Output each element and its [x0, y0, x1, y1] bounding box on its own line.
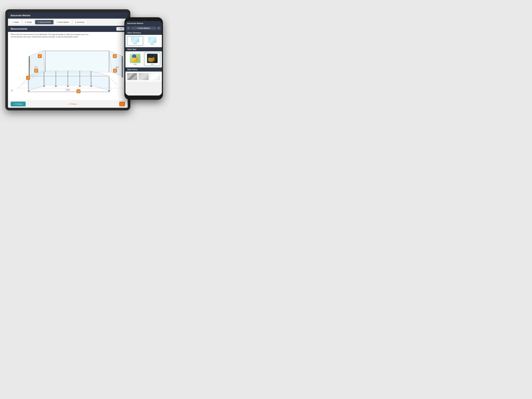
reset-button[interactable]: ↺ Re...: [116, 27, 125, 31]
edit-button-left[interactable]: [34, 69, 38, 73]
measurement-label-3690: 3690: [115, 66, 120, 69]
option-12mm[interactable]: 12mm: [144, 36, 160, 46]
option-clear[interactable]: Clear: [127, 53, 143, 66]
phone-camera-dot1: [142, 19, 143, 20]
tablet-tabs: 1. Styles 2. Shape 3. Measurements 4. Ex…: [8, 19, 128, 26]
phone-camera-dot2: [144, 19, 145, 20]
style-colour-options: [125, 72, 162, 82]
phone-next-icon: >: [158, 27, 159, 29]
swatch-matte-grey[interactable]: [139, 73, 149, 80]
next-button[interactable]: >: [119, 101, 125, 106]
phone-next-button[interactable]: >: [157, 26, 160, 30]
glass-12mm-visual: [148, 37, 156, 43]
previous-button[interactable]: ‹ Previous: [11, 101, 26, 106]
option-10mm[interactable]: 10mm: [127, 36, 143, 46]
measurement-label-3775: 3775: [33, 66, 38, 69]
tablet-screen: Balustrade Website 1. Styles 2. Shape 3.…: [8, 13, 128, 108]
edit-button-top-left[interactable]: [38, 54, 42, 58]
svg-rect-24: [79, 86, 81, 87]
edit-pen-icon: [114, 70, 116, 72]
swatch-white[interactable]: [150, 73, 160, 80]
pen-icon: [39, 55, 41, 57]
balustrade-canvas: 3775 3690 6700: [8, 39, 128, 100]
previous-label: Previous: [15, 103, 22, 105]
tab-extra-options[interactable]: 4. Extra Options: [54, 20, 72, 24]
measurements-title: Measurements: [11, 27, 27, 30]
svg-marker-9: [90, 71, 110, 91]
glass-type-options: Clear Grey: [125, 51, 162, 67]
svg-rect-25: [90, 86, 92, 87]
svg-marker-8: [44, 71, 91, 86]
edit-button-top-right[interactable]: [113, 54, 117, 58]
phone-app-title: Balustrade Website: [127, 22, 143, 24]
svg-rect-36: [114, 70, 116, 72]
reset-label: Re...: [120, 28, 123, 30]
phone-prev-button[interactable]: <: [127, 26, 130, 30]
glass-10mm-visual: [131, 37, 139, 42]
link-icon: [114, 55, 116, 57]
option-12mm-label: 12mm: [150, 43, 154, 45]
svg-rect-22: [55, 86, 57, 87]
svg-marker-6: [43, 51, 112, 72]
phone-device: Balustrade Website < 4. Extra Options > …: [124, 17, 163, 100]
tablet-header: Balustrade Website: [8, 13, 128, 19]
edit-center-icon: [77, 90, 80, 92]
prev-icon: ‹: [14, 103, 14, 105]
tablet-device: Balustrade Website 1. Styles 2. Shape 3.…: [5, 9, 130, 110]
undo-icon[interactable]: ↺: [11, 89, 13, 92]
svg-line-33: [109, 77, 117, 85]
restart-label: Restart: [71, 103, 77, 105]
restart-icon: ↺: [68, 103, 70, 105]
option-grey-label: Grey: [151, 63, 154, 65]
measurement-label-6700: 6700: [65, 89, 70, 91]
reset-icon: ↺: [118, 28, 120, 30]
phone-screen: Balustrade Website < 4. Extra Options > …: [125, 21, 162, 95]
tab-measurements[interactable]: 3. Measurements: [35, 20, 53, 24]
phone-current-step: 4. Extra Options: [131, 27, 156, 30]
parrot-grey-visual: [147, 54, 158, 63]
pen-edit-icon: [27, 77, 29, 79]
tablet-app-title: Balustrade Website: [11, 14, 30, 17]
swatch-brushed-metal[interactable]: [127, 73, 137, 80]
tab-summary[interactable]: 5. Summary: [73, 20, 87, 24]
svg-rect-23: [67, 86, 69, 87]
next-label: >: [121, 103, 123, 105]
glass-type-header: Glass Type: [125, 47, 162, 51]
desc-line1: Please enter the measurements for your B…: [11, 33, 125, 36]
tab-shape[interactable]: 2. Shape: [22, 20, 34, 24]
desc-line2: Use the buttons in the scene, located be…: [11, 36, 125, 38]
parrot-clear-visual: [130, 54, 140, 63]
restart-button[interactable]: ↺ Restart: [68, 103, 77, 105]
tablet-bottom-bar: ‹ Previous ↺ Restart >: [8, 100, 128, 108]
svg-rect-28: [122, 56, 123, 77]
measurements-header: Measurements ↺ Re...: [8, 26, 128, 32]
option-grey[interactable]: Grey: [144, 53, 160, 66]
option-10mm-label: 10mm: [133, 43, 137, 44]
phone-prev-icon: <: [128, 27, 129, 29]
option-clear-label: Clear: [133, 63, 137, 65]
edit-button-bottom-left[interactable]: [26, 76, 30, 80]
tab-styles[interactable]: 1. Styles: [10, 20, 22, 24]
style-colour-header: Style Colour: [125, 67, 162, 72]
phone-header: Balustrade Website: [125, 21, 162, 26]
glass-thickness-options: 10mm 12mm: [125, 35, 162, 47]
edit-square-icon: [35, 70, 37, 72]
phone-nav: < 4. Extra Options >: [125, 26, 162, 31]
description-text: Please enter the measurements for your B…: [8, 32, 128, 39]
svg-rect-27: [29, 56, 30, 77]
phone-content: Glass Thickness 10mm 12mm Glass Type: [125, 31, 162, 95]
svg-rect-21: [43, 86, 45, 87]
phone-camera-row: [125, 19, 162, 20]
edit-button-bottom-center[interactable]: [76, 89, 81, 93]
edit-button-right[interactable]: [113, 69, 117, 73]
glass-thickness-header: Glass Thickness: [125, 31, 162, 35]
